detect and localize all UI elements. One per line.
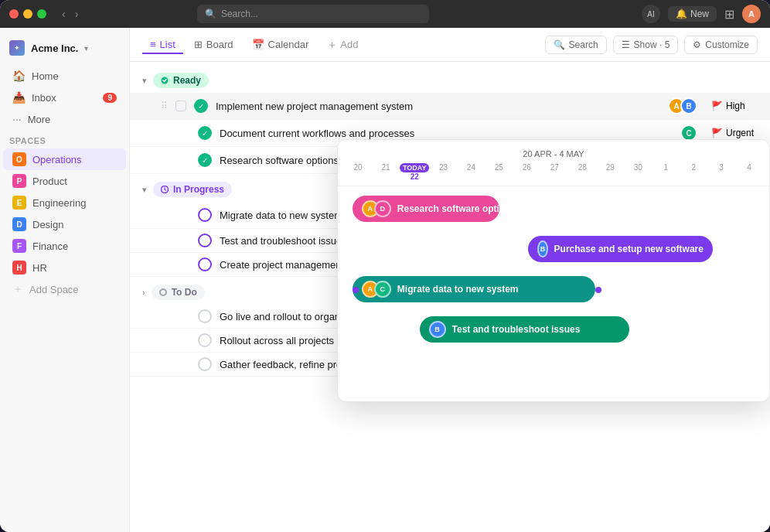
gantt-dates: 20 21 TODAY 22 23 24 25 26 27 28: [338, 163, 769, 186]
task-empty-icon[interactable]: [198, 357, 212, 371]
toolbar: ≡ List ⊞ Board 📅 Calendar ＋ Add 🔍: [130, 28, 770, 62]
gantt-date-col: 28: [568, 163, 596, 181]
add-space-label: Add Space: [29, 284, 79, 295]
gantt-date-col: 4: [735, 163, 763, 181]
finance-label: Finance: [32, 240, 68, 252]
priority-label: High: [726, 101, 745, 111]
gantt-overlay: 20 APR - 4 MAY 20 21 TODAY 22 23 24 25 2…: [337, 139, 770, 402]
search-icon: 🔍: [554, 39, 565, 50]
todo-badge: To Do: [152, 285, 205, 300]
ready-badge: Ready: [153, 73, 209, 88]
gantt-bar[interactable]: A D Research software options: [353, 196, 499, 222]
section-header-ready[interactable]: ▾ Ready: [130, 68, 770, 93]
finance-icon: F: [12, 239, 26, 253]
back-button[interactable]: ‹: [59, 6, 69, 22]
sidebar-item-more[interactable]: ··· More: [3, 108, 126, 130]
sidebar-inbox-label: Inbox: [32, 92, 56, 104]
today-marker: TODAY: [400, 163, 430, 172]
gantt-row: A D Research software options: [344, 196, 763, 225]
gantt-date-col: 29: [596, 163, 624, 181]
task-empty-icon[interactable]: [198, 333, 212, 347]
task-checkbox[interactable]: [175, 101, 186, 111]
gantt-bar-label: Purchase and setup new software: [554, 244, 704, 254]
add-space-button[interactable]: ＋ Add Space: [3, 278, 126, 300]
inbox-icon: 📥: [12, 91, 26, 104]
calendar-icon: 📅: [252, 39, 264, 50]
toolbar-right: 🔍 Search ☰ Show · 5 ⚙ Customize: [545, 36, 758, 54]
design-icon: D: [12, 217, 26, 231]
fullscreen-button[interactable]: [37, 9, 46, 19]
gantt-date-col: 1: [652, 163, 680, 181]
tab-list[interactable]: ≡ List: [142, 35, 183, 54]
sidebar-item-engineering[interactable]: E Engineering: [3, 192, 126, 213]
add-view-label: Add: [340, 39, 358, 50]
task-circle-icon[interactable]: [198, 208, 212, 222]
show-button[interactable]: ☰ Show · 5: [613, 36, 679, 54]
tab-list-label: List: [160, 39, 175, 50]
engineering-label: Engineering: [32, 197, 86, 209]
operations-icon: O: [12, 152, 26, 166]
tab-calendar-label: Calendar: [268, 39, 309, 50]
workspace-name: Acme Inc.: [31, 43, 78, 54]
avatar: B: [680, 97, 697, 114]
title-search-bar[interactable]: 🔍 Search...: [197, 5, 429, 23]
hr-icon: H: [12, 261, 26, 275]
task-complete-icon[interactable]: ✓: [198, 126, 212, 140]
customize-button[interactable]: ⚙ Customize: [684, 36, 758, 54]
inbox-badge: 9: [103, 93, 117, 103]
sidebar-item-home[interactable]: 🏠 Home: [3, 65, 126, 87]
workspace-icon: ✦: [9, 40, 25, 56]
gantt-avatar: D: [374, 200, 391, 217]
grid-icon[interactable]: ⊞: [724, 7, 734, 22]
gantt-date-col: 21: [372, 163, 400, 181]
minimize-button[interactable]: [23, 9, 32, 19]
task-circle-icon[interactable]: [198, 257, 212, 271]
gantt-dot-right: [595, 287, 601, 293]
flag-icon: 🚩: [711, 128, 723, 138]
gantt-bar[interactable]: A C Migrate data to new system: [353, 276, 595, 302]
show-label: Show · 5: [634, 39, 670, 50]
tab-calendar[interactable]: 📅 Calendar: [244, 35, 317, 54]
user-avatar[interactable]: A: [742, 5, 761, 23]
sidebar-item-inbox[interactable]: 📥 Inbox 9: [3, 87, 126, 108]
forward-button[interactable]: ›: [72, 6, 82, 22]
task-complete-icon[interactable]: ✓: [198, 153, 212, 167]
ready-check-icon: [161, 77, 169, 84]
add-view-button[interactable]: ＋ Add: [319, 34, 366, 56]
task-empty-icon[interactable]: [198, 309, 212, 323]
sidebar-item-product[interactable]: P Product: [3, 170, 126, 192]
todo-circle-icon: [159, 288, 167, 296]
gantt-dot-left: [353, 287, 359, 293]
gantt-row: B Purchase and setup new software: [344, 236, 763, 265]
list-content: ▾ Ready ⠿ ✓ Implement new project manage…: [130, 62, 770, 532]
gantt-bar[interactable]: B Test and troubleshoot issues: [420, 316, 629, 343]
sidebar-item-operations[interactable]: O Operations: [3, 148, 126, 170]
workspace-header[interactable]: ✦ Acme Inc. ▾: [0, 37, 129, 65]
gantt-date-col: 20: [344, 163, 372, 181]
new-button[interactable]: 🔔 New: [668, 6, 717, 22]
traffic-lights: [9, 9, 46, 19]
gantt-bar[interactable]: B Purchase and setup new software: [528, 236, 712, 262]
task-circle-icon[interactable]: [198, 234, 212, 247]
design-label: Design: [32, 219, 63, 230]
flag-icon: 🚩: [711, 101, 723, 111]
priority-badge: 🚩 High: [711, 101, 758, 111]
drag-handle-icon: ⠿: [161, 101, 168, 111]
tab-board-label: Board: [206, 39, 233, 50]
plus-icon: ＋: [12, 282, 23, 296]
task-complete-icon[interactable]: ✓: [194, 99, 208, 113]
ready-chevron-icon: ▾: [142, 76, 147, 86]
sidebar-item-hr[interactable]: H HR: [3, 257, 126, 278]
close-button[interactable]: [9, 9, 19, 19]
sidebar-item-design[interactable]: D Design: [3, 213, 126, 235]
inprogress-badge: In Progress: [153, 182, 232, 197]
title-bar-right: AI 🔔 New ⊞ A: [642, 5, 761, 23]
sidebar-item-finance[interactable]: F Finance: [3, 235, 126, 257]
ai-button[interactable]: AI: [642, 5, 660, 23]
search-button[interactable]: 🔍 Search: [545, 36, 607, 54]
tab-board[interactable]: ⊞ Board: [186, 35, 241, 54]
task-row[interactable]: ⠿ ✓ Implement new project management sys…: [130, 93, 770, 120]
list-icon: ≡: [150, 39, 156, 50]
customize-label: Customize: [705, 39, 749, 50]
customize-icon: ⚙: [693, 39, 701, 50]
